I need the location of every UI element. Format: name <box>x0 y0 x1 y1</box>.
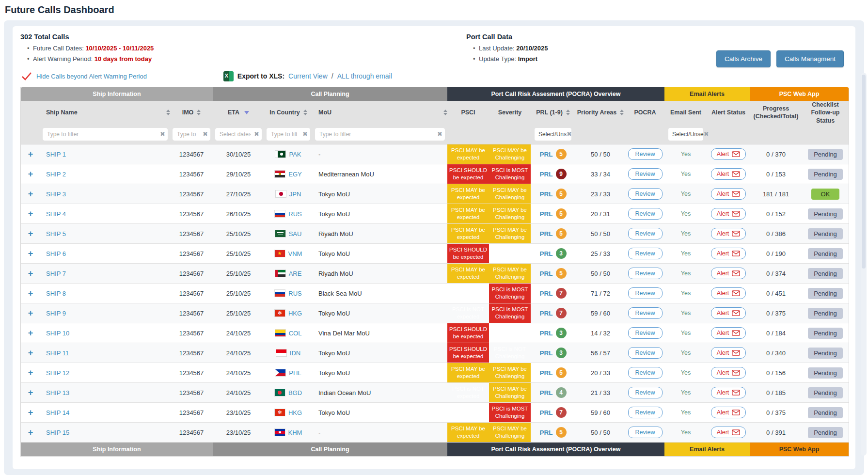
expand-row-button[interactable]: + <box>28 229 33 239</box>
review-button[interactable]: Review <box>628 148 663 160</box>
clear-filter-icon[interactable]: ✖ <box>704 130 709 138</box>
expand-row-button[interactable]: + <box>28 308 33 318</box>
alert-button[interactable]: Alert <box>711 367 746 379</box>
review-button[interactable]: Review <box>628 407 663 418</box>
alert-button[interactable]: Alert <box>711 208 746 220</box>
col-in-country[interactable]: In Country <box>264 109 313 116</box>
clear-filter-icon[interactable]: ✖ <box>567 130 572 138</box>
alert-button[interactable]: Alert <box>711 407 746 418</box>
mou-value: Tokyo MoU <box>318 250 350 257</box>
review-button[interactable]: Review <box>628 307 663 319</box>
clear-filter-icon[interactable]: ✖ <box>203 130 208 138</box>
imo-value: 1234567 <box>179 429 204 436</box>
clear-filter-icon[interactable]: ✖ <box>160 130 165 138</box>
email-sent-filter-select[interactable]: Select/Unse ✖ <box>668 128 703 141</box>
ship-name-link[interactable]: SHIP 11 <box>46 349 69 357</box>
envelope-icon <box>732 330 740 336</box>
sort-icon[interactable] <box>303 110 307 115</box>
review-button[interactable]: Review <box>628 268 663 279</box>
expand-row-button[interactable]: + <box>28 408 33 418</box>
prl-filter-select[interactable]: Select/Uns ✖ <box>535 128 571 141</box>
expand-row-button[interactable]: + <box>28 169 33 179</box>
export-all-email-link[interactable]: ALL through email <box>337 72 392 80</box>
col-imo[interactable]: IMO <box>170 109 213 116</box>
ship-name-link[interactable]: SHIP 1 <box>46 151 66 158</box>
sort-icon[interactable] <box>443 110 447 115</box>
alert-button[interactable]: Alert <box>711 148 746 160</box>
review-button[interactable]: Review <box>628 208 663 220</box>
ship-name-link[interactable]: SHIP 2 <box>46 171 66 178</box>
review-button[interactable]: Review <box>628 287 663 299</box>
review-button[interactable]: Review <box>628 228 663 239</box>
ship-name-filter-input[interactable] <box>43 128 168 141</box>
ship-name-link[interactable]: SHIP 4 <box>46 210 66 218</box>
ship-name-link[interactable]: SHIP 10 <box>46 330 69 337</box>
expand-row-button[interactable]: + <box>28 428 33 438</box>
alert-button[interactable]: Alert <box>711 307 746 319</box>
ship-name-link[interactable]: SHIP 7 <box>46 270 66 277</box>
expand-row-button[interactable]: + <box>28 348 33 358</box>
hide-calls-toggle[interactable]: Hide Calls beyond Alert Warning Period <box>21 72 147 80</box>
alert-button[interactable]: Alert <box>711 287 746 299</box>
alert-button[interactable]: Alert <box>711 427 746 438</box>
expand-row-button[interactable]: + <box>28 249 33 259</box>
sort-icon[interactable] <box>166 110 170 115</box>
col-mou[interactable]: MoU <box>313 109 447 116</box>
export-current-view-link[interactable]: Current View <box>288 72 328 80</box>
alert-button[interactable]: Alert <box>711 387 746 398</box>
alert-button[interactable]: Alert <box>711 228 746 239</box>
mou-filter-input[interactable] <box>315 128 445 141</box>
col-ship-name[interactable]: Ship Name <box>40 109 170 116</box>
ship-name-link[interactable]: SHIP 9 <box>46 310 66 317</box>
alert-button[interactable]: Alert <box>711 168 746 180</box>
calls-archive-button[interactable]: Calls Archive <box>716 50 771 67</box>
review-button[interactable]: Review <box>628 168 663 180</box>
clear-filter-icon[interactable]: ✖ <box>302 130 308 138</box>
expand-row-button[interactable]: + <box>28 269 33 279</box>
review-button[interactable]: Review <box>628 427 663 438</box>
ship-name-link[interactable]: SHIP 14 <box>46 409 69 416</box>
eta-value: 24/10/25 <box>226 389 251 396</box>
clear-filter-icon[interactable]: ✖ <box>254 130 259 138</box>
sort-desc-icon[interactable] <box>244 111 249 114</box>
expand-row-button[interactable]: + <box>28 388 33 398</box>
expand-row-button[interactable]: + <box>28 149 33 159</box>
ship-name-link[interactable]: SHIP 12 <box>46 369 69 377</box>
ship-name-link[interactable]: SHIP 13 <box>46 389 69 396</box>
expand-row-button[interactable]: + <box>28 189 33 199</box>
col-psci: PSCI <box>447 109 489 116</box>
col-eta[interactable]: ETA <box>213 109 264 116</box>
ship-name-link[interactable]: SHIP 3 <box>46 190 66 198</box>
sort-icon[interactable] <box>566 110 570 115</box>
review-button[interactable]: Review <box>628 188 663 200</box>
calls-management-button[interactable]: Calls Managment <box>776 50 844 67</box>
review-button[interactable]: Review <box>628 387 663 398</box>
ship-name-link[interactable]: SHIP 15 <box>46 429 69 436</box>
vertical-scrollbar[interactable] <box>861 73 867 456</box>
alert-button[interactable]: Alert <box>711 327 746 339</box>
review-button[interactable]: Review <box>628 248 663 259</box>
expand-row-button[interactable]: + <box>28 368 33 378</box>
ship-name-link[interactable]: SHIP 8 <box>46 290 66 297</box>
sort-icon[interactable] <box>620 110 624 115</box>
ship-name-link[interactable]: SHIP 5 <box>46 230 66 238</box>
review-button[interactable]: Review <box>628 327 663 339</box>
review-button[interactable]: Review <box>628 367 663 379</box>
expand-row-button[interactable]: + <box>28 328 33 338</box>
alert-button[interactable]: Alert <box>711 268 746 279</box>
sort-icon[interactable] <box>197 110 201 115</box>
alert-button[interactable]: Alert <box>711 248 746 259</box>
expand-row-button[interactable]: + <box>28 209 33 219</box>
alert-button[interactable]: Alert <box>711 188 746 200</box>
imo-value: 1234567 <box>179 270 204 277</box>
clear-filter-icon[interactable]: ✖ <box>437 130 442 138</box>
review-button[interactable]: Review <box>628 347 663 359</box>
email-sent-value: Yes <box>681 310 691 317</box>
alert-button[interactable]: Alert <box>711 347 746 359</box>
expand-row-button[interactable]: + <box>28 288 33 299</box>
col-prl[interactable]: PRL (1-9) <box>531 109 575 116</box>
severity-cell: PSCI is NOT Challenging <box>489 343 531 363</box>
col-priority-areas[interactable]: Priority Areas <box>575 109 626 116</box>
scrollbar-thumb[interactable] <box>862 75 866 269</box>
ship-name-link[interactable]: SHIP 6 <box>46 250 66 257</box>
